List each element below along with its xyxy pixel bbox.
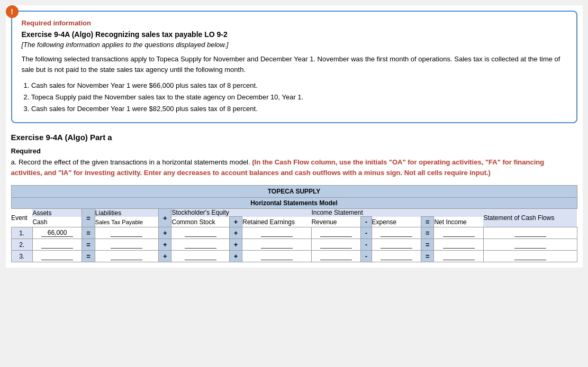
statements-table: TOPECA SUPPLY Horizontal Statements Mode…: [11, 185, 577, 262]
sales-tax-1[interactable]: [95, 227, 158, 239]
plus2-3: +: [229, 251, 242, 262]
cash-input-3[interactable]: [41, 252, 73, 260]
liab-plus-header: +: [159, 209, 171, 227]
list-item-1: 1. Cash sales for November Year 1 were $…: [24, 80, 567, 91]
info-paragraph: The following selected transactions appl…: [22, 54, 567, 75]
revenue-2[interactable]: [311, 239, 360, 251]
company-name-cell: TOPECA SUPPLY: [11, 186, 577, 198]
common-stock-2[interactable]: [171, 239, 229, 251]
page-container: ! Required information Exercise 9-4A (Al…: [6, 5, 583, 268]
revenue-1[interactable]: [311, 227, 360, 239]
expense-input-1[interactable]: [381, 229, 412, 237]
revenue-minus-header: -: [361, 217, 372, 227]
plus1-1: +: [159, 227, 171, 239]
common-stock-input-2[interactable]: [185, 241, 216, 249]
eq2-2: =: [421, 239, 433, 251]
retained-plus-header: +: [229, 217, 242, 227]
cash-flows-input-1[interactable]: [514, 229, 546, 237]
expense-2[interactable]: [372, 239, 421, 251]
net-income-input-3[interactable]: [443, 252, 475, 260]
list-item-2: 2. Topeca Supply paid the November sales…: [24, 91, 567, 103]
common-stock-input-1[interactable]: [185, 229, 216, 237]
minus-1: -: [361, 227, 372, 239]
net-income-3[interactable]: [434, 251, 483, 262]
exercise-title: Exercise 9-4A (Algo) Recognizing sales t…: [22, 30, 567, 39]
revenue-input-2[interactable]: [320, 241, 352, 249]
revenue-header: Revenue: [311, 217, 360, 227]
expense-eq-header: =: [421, 217, 433, 227]
cash-input-1[interactable]: [41, 229, 73, 237]
assets-eq-header: =: [82, 209, 95, 227]
part-title: Exercise 9-4A (Algo) Part a: [11, 133, 577, 142]
expense-1[interactable]: [372, 227, 421, 239]
cash-2[interactable]: [32, 239, 82, 251]
plus2-2: +: [229, 239, 242, 251]
sales-tax-payable-header: Sales Tax Payable: [95, 217, 158, 227]
required-label: Required: [11, 147, 577, 155]
sales-tax-2[interactable]: [95, 239, 158, 251]
common-stock-input-3[interactable]: [185, 252, 216, 260]
revenue-3[interactable]: [311, 251, 360, 262]
common-stock-header: Common Stock: [171, 217, 229, 227]
sales-tax-3[interactable]: [95, 251, 158, 262]
plus2-1: +: [229, 227, 242, 239]
cash-1[interactable]: [32, 227, 82, 239]
numbered-list: 1. Cash sales for November Year 1 were $…: [22, 80, 567, 115]
retained-input-2[interactable]: [261, 241, 293, 249]
eq-1: =: [82, 227, 95, 239]
cash-sub-header: Cash: [32, 217, 82, 227]
common-stock-3[interactable]: [171, 251, 229, 262]
plus1-3: +: [159, 251, 171, 262]
expense-input-3[interactable]: [381, 252, 412, 260]
table-row-1: 1. = + + - =: [11, 227, 577, 239]
subtitle-cell: Horizontal Statements Model: [11, 198, 577, 209]
minus-3: -: [361, 251, 372, 262]
net-income-input-2[interactable]: [443, 241, 475, 249]
net-income-2[interactable]: [434, 239, 483, 251]
cash-flows-3[interactable]: [483, 251, 577, 262]
part-section: Exercise 9-4A (Algo) Part a Required a. …: [11, 133, 577, 262]
expense-3[interactable]: [372, 251, 421, 262]
retained-input-3[interactable]: [261, 252, 293, 260]
stockholders-equity-header: Stockholder's Equity: [171, 209, 311, 217]
cash-flows-2[interactable]: [483, 239, 577, 251]
event-3: 3.: [11, 251, 32, 262]
retained-3[interactable]: [242, 251, 312, 262]
retained-earnings-header: Retained Earnings: [242, 217, 312, 227]
expense-input-2[interactable]: [381, 241, 412, 249]
net-income-1[interactable]: [434, 227, 483, 239]
revenue-input-3[interactable]: [320, 252, 352, 260]
cash-flows-input-3[interactable]: [514, 252, 546, 260]
sales-tax-input-2[interactable]: [111, 241, 142, 249]
retained-input-1[interactable]: [261, 229, 293, 237]
eq2-1: =: [421, 227, 433, 239]
table-row-3: 3. = + + - =: [11, 251, 577, 262]
cash-flows-1[interactable]: [483, 227, 577, 239]
plus1-2: +: [159, 239, 171, 251]
net-income-header: Net Income: [434, 217, 483, 227]
eq-2: =: [82, 239, 95, 251]
cash-input-2[interactable]: [41, 241, 73, 249]
list-item-3: 3. Cash sales for December Year 1 were $…: [24, 103, 567, 115]
instruction-text: a. Record the effect of the given transa…: [11, 157, 577, 178]
eq2-3: =: [421, 251, 433, 262]
cash-3[interactable]: [32, 251, 82, 262]
liabilities-header: Liabilities: [95, 209, 158, 217]
revenue-input-1[interactable]: [320, 229, 352, 237]
cash-flows-input-2[interactable]: [514, 241, 546, 249]
table-wrapper: TOPECA SUPPLY Horizontal Statements Mode…: [11, 185, 577, 262]
retained-1[interactable]: [242, 227, 312, 239]
minus-2: -: [361, 239, 372, 251]
info-box: ! Required information Exercise 9-4A (Al…: [11, 11, 577, 123]
common-stock-1[interactable]: [171, 227, 229, 239]
event-1: 1.: [11, 227, 32, 239]
section-headers-row: Event Assets = Liabilities + Stockholder…: [11, 209, 577, 217]
sales-tax-input-1[interactable]: [111, 229, 142, 237]
retained-2[interactable]: [242, 239, 312, 251]
sales-tax-input-3[interactable]: [111, 252, 142, 260]
event-header: Event: [11, 209, 32, 227]
net-income-input-1[interactable]: [443, 229, 475, 237]
event-2: 2.: [11, 239, 32, 251]
subtitle-row: Horizontal Statements Model: [11, 198, 577, 209]
cash-flows-header: Statement of Cash Flows: [483, 209, 577, 227]
